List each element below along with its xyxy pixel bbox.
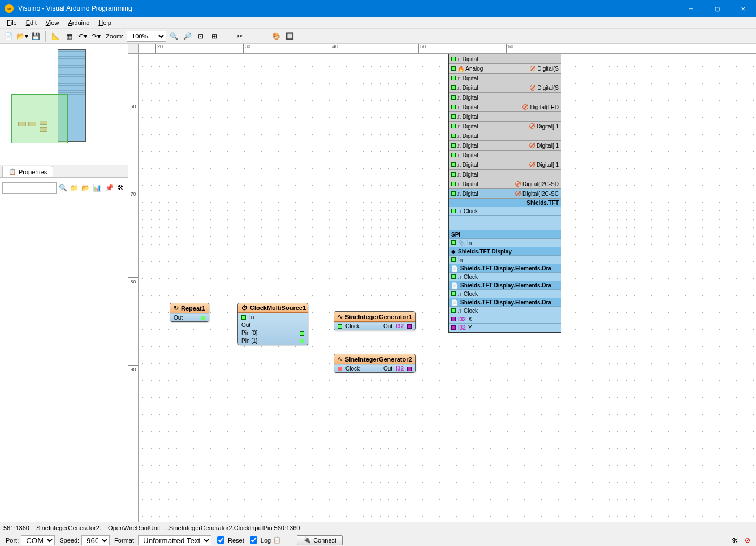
arduino-row[interactable]: ⎍ Digital Digital[ 1	[449, 122, 561, 131]
arduino-row[interactable]: ⎍ Digital	[449, 170, 561, 179]
pin-in[interactable]	[451, 66, 456, 71]
node-clockmultisource1[interactable]: ⏱ ClockMultiSource1 In Out Pin [0] Pin […	[237, 303, 308, 345]
pin-out[interactable]	[407, 324, 412, 329]
zoom-in-icon[interactable]: 🔍	[167, 30, 180, 42]
node-repeat1[interactable]: ↻ Repeat1 Out	[170, 303, 209, 322]
arduino-row[interactable]: ⎍ Digital	[449, 131, 561, 141]
node-header: ⏱ ClockMultiSource1	[238, 303, 308, 313]
pin-in[interactable]	[451, 172, 456, 177]
pin-x[interactable]	[451, 317, 456, 321]
pin-0[interactable]	[300, 331, 304, 336]
board-icon[interactable]: 🔲	[283, 30, 296, 42]
minimize-button[interactable]: ─	[678, 0, 704, 17]
menu-edit[interactable]: Edit	[21, 18, 41, 27]
pin-in[interactable]	[241, 315, 246, 320]
pin-clock[interactable]	[451, 308, 456, 313]
pin-in[interactable]	[451, 191, 456, 196]
speed-dropdown[interactable]: 9600	[81, 535, 110, 545]
arduino-row[interactable]: ⎍ Digital Digital[ 1	[449, 160, 561, 170]
arduino-row[interactable]: ⎍ Digital Digital[ 1	[449, 141, 561, 151]
pin-clock[interactable]	[338, 367, 342, 371]
tools-icon[interactable]: 🛠	[115, 183, 126, 193]
close-button[interactable]: ✕	[730, 0, 756, 17]
properties-tab[interactable]: 📋 Properties	[2, 166, 53, 177]
overview-panel[interactable]	[0, 44, 128, 165]
pin-in[interactable]	[451, 134, 456, 138]
props-icon-2[interactable]: 📂	[80, 183, 90, 193]
arduino-row[interactable]: ⎍ Digital	[449, 54, 561, 64]
pin-y[interactable]	[451, 325, 456, 330]
pin-in[interactable]	[451, 257, 456, 262]
pin-in[interactable]	[451, 153, 456, 157]
connect-button[interactable]: 🔌 Connect	[297, 535, 343, 545]
pin-clock[interactable]	[451, 291, 456, 296]
pin-clock[interactable]	[451, 274, 456, 279]
pin-in[interactable]	[451, 114, 456, 119]
properties-search-input[interactable]	[2, 182, 57, 194]
props-icon-1[interactable]: 📁	[69, 183, 79, 193]
port-dropdown[interactable]: COM5 (U	[21, 535, 55, 545]
node-sine1[interactable]: ∿ SineIntegerGenerator1 ClockOutI32	[334, 311, 416, 330]
log-checkbox[interactable]	[250, 536, 257, 544]
maximize-button[interactable]: ▢	[704, 0, 730, 17]
pin-in[interactable]	[451, 162, 456, 167]
status-bar: 561:1360 SineIntegerGenerator2.__OpenWir…	[0, 522, 756, 534]
node-sine2[interactable]: ∿ SineIntegerGenerator2 ClockOutI32	[334, 354, 416, 373]
pin-in[interactable]	[451, 85, 456, 90]
y-label: Y	[468, 325, 472, 331]
arduino-row[interactable]: ⎍ Digital Digital(S	[449, 83, 561, 93]
pin-clock[interactable]	[338, 324, 342, 329]
pin-in[interactable]	[451, 57, 456, 61]
pin-in[interactable]	[451, 143, 456, 148]
arduino-row[interactable]: ⎍ Digital	[449, 112, 561, 122]
pin-in[interactable]	[451, 124, 456, 128]
redo-button[interactable]: ↷▾	[90, 30, 102, 42]
canvas[interactable]: ↻ Repeat1 Out ⏱ ClockMultiSource1 In Out…	[139, 54, 756, 522]
arduino-board[interactable]: ⎍ Digital🔥 Analog Digital(S⎍ Digital⎍ Di…	[448, 54, 561, 333]
format-dropdown[interactable]: Unformatted Text	[138, 535, 211, 545]
pin-spi-in[interactable]	[451, 240, 456, 245]
bottom-tools-icon[interactable]: 🛠	[730, 535, 740, 545]
arduino-row[interactable]: ⎍ Digital	[449, 93, 561, 102]
reset-checkbox[interactable]	[217, 536, 224, 544]
spi-label: SPI	[451, 231, 460, 238]
arduino-row[interactable]: ⎍ Digital Digital(LED	[449, 102, 561, 112]
pin-icon[interactable]: 📌	[104, 183, 114, 193]
arduino-row[interactable]: ⎍ Digital	[449, 74, 561, 83]
zoom-region-icon[interactable]: ⊡	[195, 30, 207, 42]
pin-in[interactable]	[451, 95, 456, 100]
cut-icon[interactable]: ✂	[234, 30, 246, 42]
pin-in[interactable]	[451, 105, 456, 109]
arduino-row[interactable]: 🔥 Analog Digital(S	[449, 64, 561, 74]
arduino-row[interactable]: ⎍ Digital Digital(I2C-SC	[449, 189, 561, 199]
log-folder-icon[interactable]: 📋	[273, 536, 281, 544]
props-icon-3[interactable]: 📊	[92, 183, 102, 193]
pin-1[interactable]	[300, 339, 304, 343]
zoom-out-icon[interactable]: 🔎	[181, 30, 193, 42]
menu-view[interactable]: View	[41, 18, 64, 27]
menu-arduino[interactable]: Arduino	[63, 18, 94, 27]
pin-in[interactable]	[451, 76, 456, 80]
palette-icon[interactable]: 🎨	[270, 30, 282, 42]
search-go-icon[interactable]: 🔍	[58, 183, 68, 193]
pin-out[interactable]	[201, 316, 205, 320]
arduino-row[interactable]: ⎍ Digital Digital(I2C-SD	[449, 179, 561, 189]
bottom-bar: Port: COM5 (U Speed: 9600 Format: Unform…	[0, 534, 756, 546]
arduino-row[interactable]: ⎍ Digital	[449, 151, 561, 160]
canvas-area: 20 30 40 50 60 60 70 80 90	[128, 44, 756, 522]
menu-help[interactable]: Help	[94, 18, 116, 27]
align-button[interactable]: 📐	[49, 30, 62, 42]
pin-clock[interactable]	[451, 209, 456, 213]
pin-out[interactable]	[407, 367, 412, 371]
pin-in[interactable]	[451, 182, 456, 186]
bottom-stop-icon[interactable]: ⊘	[742, 535, 753, 545]
open-button[interactable]: 📂▾	[16, 30, 28, 42]
grid-button[interactable]: ▦	[63, 30, 75, 42]
undo-button[interactable]: ↶▾	[76, 30, 89, 42]
new-button[interactable]: 📄	[2, 30, 15, 42]
zoom-dropdown[interactable]: 100%	[127, 31, 166, 42]
menu-file[interactable]: File	[2, 18, 21, 27]
save-button[interactable]: 💾	[29, 30, 42, 42]
zoom-label: Zoom:	[106, 33, 123, 40]
zoom-fit-icon[interactable]: ⊞	[208, 30, 221, 42]
